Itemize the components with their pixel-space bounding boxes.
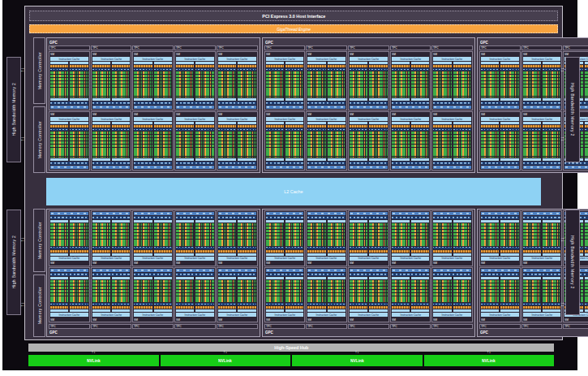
instruction-buffer-bar: [112, 253, 130, 256]
core-grid-footer-bar: [328, 158, 346, 161]
load-store-units-bar: [481, 216, 519, 219]
instruction-cache-bar: Instruction Cache: [307, 257, 346, 261]
sm-block: SMInstruction Cache: [132, 111, 174, 171]
gpc-label: GPC: [49, 331, 58, 335]
gpc-label: GPC: [49, 41, 58, 45]
processing-block: [307, 122, 325, 161]
instruction-buffer-bar: [369, 122, 387, 124]
instruction-buffer-bar: [285, 62, 303, 64]
gpc-label: GPC: [480, 41, 488, 45]
core-grid: [523, 223, 541, 246]
core-grid: [481, 223, 499, 246]
sm-header: SM: [49, 112, 89, 116]
load-store-units-bar: [134, 102, 172, 105]
sm-block: SMInstruction Cache: [217, 51, 258, 110]
processing-block: [585, 62, 588, 101]
sm-header: SM: [175, 261, 215, 266]
texture-units-bar: [218, 106, 256, 109]
instruction-buffer-bar: [585, 122, 588, 124]
register-file-bar: [392, 68, 410, 71]
warp-scheduler-bar: [500, 250, 518, 253]
instruction-cache-bar: Instruction Cache: [523, 117, 561, 121]
sm-block: SMInstruction Cache: [390, 51, 431, 110]
texture-units-bar: [350, 106, 388, 109]
processing-block: [134, 122, 152, 161]
warp-scheduler-bar: [266, 125, 284, 127]
instruction-cache-label: Instruction Cache: [274, 118, 295, 120]
instruction-buffer-bar: [266, 62, 284, 64]
register-file-bar: [50, 247, 68, 249]
register-file-bar: [154, 128, 172, 131]
core-grid: [266, 71, 284, 97]
core-grid-footer-bar: [285, 158, 303, 161]
core-grid: [411, 71, 429, 97]
processing-block: [585, 277, 588, 313]
load-store-units-bar: [392, 162, 430, 165]
sm-block: SMInstruction Cache: [264, 210, 306, 266]
tpc-label: TPC: [433, 46, 439, 49]
instruction-cache-bar: Instruction Cache: [134, 313, 172, 317]
instruction-cache-label: Instruction Cache: [226, 257, 247, 259]
warp-scheduler-bar: [411, 250, 429, 253]
sm-label: SM: [481, 261, 485, 264]
core-grid: [218, 280, 236, 303]
register-file-bar: [585, 68, 588, 71]
memory-controller-label: Memory Controller: [37, 287, 42, 324]
warp-scheduler-bar: [154, 125, 172, 127]
sm-row: SMInstruction CacheSMInstruction CacheSM…: [264, 51, 474, 110]
instruction-buffer-bar: [411, 122, 429, 124]
register-file-bar: [70, 68, 88, 71]
processing-block: [285, 122, 303, 161]
core-grid-footer-bar: [218, 158, 236, 161]
sm-block: SMInstruction Cache: [264, 267, 306, 323]
warp-scheduler-bar: [176, 250, 194, 253]
warp-scheduler-bar: [285, 125, 303, 127]
sm-header: SM: [564, 318, 588, 322]
instruction-buffer-bar: [350, 309, 367, 312]
load-store-units-bar: [266, 216, 304, 219]
sm-processing-blocks: [433, 122, 471, 161]
instruction-cache-label: Instruction Cache: [226, 313, 247, 316]
register-file-bar: [134, 128, 152, 131]
register-file-bar: [195, 128, 213, 131]
core-grid: [585, 71, 588, 97]
instruction-buffer-bar: [266, 309, 284, 312]
warp-scheduler-bar: [50, 125, 68, 127]
instruction-buffer-bar: [92, 122, 110, 124]
instruction-cache-label: Instruction Cache: [316, 257, 337, 259]
nvlink-bar: NVLink: [424, 355, 555, 366]
processing-block: [112, 277, 130, 313]
instruction-buffer-bar: [433, 309, 451, 312]
processing-block: [134, 220, 152, 256]
nvlink-arrows: ↑↓↑↓↑↓↑↓: [28, 348, 554, 355]
warp-scheduler-bar: [433, 250, 451, 253]
core-grid-footer-bar: [112, 98, 130, 101]
warp-scheduler-bar: [195, 125, 213, 127]
texture-units-bar: [266, 212, 304, 215]
sm-processing-blocks: [92, 277, 131, 313]
core-grid: [134, 223, 152, 246]
tpc-label: TPC: [564, 325, 570, 327]
sm-label: SM: [564, 53, 569, 55]
instruction-buffer-bar: [523, 309, 541, 312]
sm-header: SM: [564, 52, 588, 56]
instruction-buffer-bar: [285, 309, 303, 312]
sm-block: SMInstruction Cache: [49, 210, 90, 266]
sm-label: SM: [350, 53, 354, 55]
core-grid-footer-bar: [585, 98, 588, 101]
instruction-cache-label: Instruction Cache: [59, 313, 80, 316]
instruction-cache-bar: Instruction Cache: [523, 57, 561, 61]
texture-units-bar: [176, 106, 214, 109]
load-store-units-bar: [50, 273, 88, 276]
memory-controller-column-left-top: Memory ControllerMemory Controller: [33, 37, 45, 173]
gpu-chip: PCI Express 3.0 Host Interface GigaThrea…: [24, 6, 563, 340]
core-grid: [543, 132, 560, 158]
instruction-cache-bar: Instruction Cache: [176, 313, 214, 317]
instruction-cache-bar: Instruction Cache: [433, 313, 471, 317]
core-grid-footer-bar: [392, 98, 410, 101]
sm-label: SM: [134, 53, 138, 55]
core-grid: [369, 71, 387, 97]
hbm-bidirectional-arrow-icon: ↑↓: [560, 133, 566, 145]
warp-scheduler-bar: [134, 250, 152, 253]
sm-header: SM: [175, 112, 215, 116]
